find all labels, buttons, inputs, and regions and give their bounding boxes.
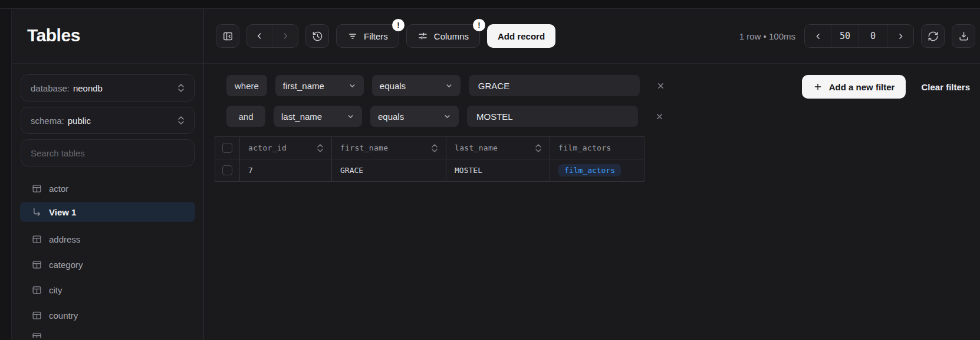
filters-button[interactable]: Filters ! — [336, 24, 399, 48]
toolbar: Filters ! Columns ! Add record 1 row • 1… — [204, 9, 980, 64]
table-cell-last_name[interactable]: MOSTEL — [446, 159, 550, 182]
sidebar-item-label: city — [49, 285, 63, 295]
database-select-label: database: — [31, 83, 70, 93]
column-header-label: first_name — [340, 143, 388, 152]
pagination-group: 50 0 — [804, 24, 914, 48]
table-row: 7GRACEMOSTELfilm_actors — [215, 159, 644, 182]
table-icon — [32, 310, 42, 321]
main-content: Filters ! Columns ! Add record 1 row • 1… — [204, 9, 980, 340]
sidebar-view-item[interactable]: View 1 — [20, 202, 195, 222]
remove-filter-button[interactable] — [652, 109, 667, 124]
sidebar-item-label: View 1 — [49, 207, 76, 217]
column-header-label: actor_id — [248, 143, 287, 152]
page-offset-input[interactable]: 0 — [859, 25, 887, 47]
remove-filter-button[interactable] — [653, 78, 669, 93]
sidebar: Tables database: neondb schema: public a… — [12, 9, 204, 340]
page-title: Tables — [27, 25, 203, 45]
clear-filters-button[interactable]: Clear filters — [921, 82, 970, 92]
column-header-film_actors[interactable]: film_actors — [550, 137, 644, 159]
filter-icon — [347, 31, 358, 41]
columns-button-label: Columns — [434, 31, 469, 41]
forward-button[interactable] — [272, 25, 298, 47]
column-header-first_name[interactable]: first_name — [332, 137, 446, 159]
column-header-label: last_name — [455, 143, 498, 152]
chevron-down-icon — [348, 82, 356, 90]
sidebar-table-item[interactable] — [20, 331, 195, 338]
updown-chevron-icon — [177, 115, 185, 126]
table-icon — [32, 234, 42, 244]
page-size-input[interactable]: 50 — [831, 25, 859, 47]
sidebar-table-item[interactable]: address — [20, 229, 195, 249]
sidebar-item-label: country — [49, 310, 78, 321]
sort-icon[interactable] — [535, 143, 541, 153]
column-header-actor_id[interactable]: actor_id — [240, 137, 332, 159]
query-history-button[interactable] — [305, 24, 329, 48]
table-icon — [32, 260, 42, 270]
corner-arrow-icon — [32, 207, 42, 217]
row-count-status: 1 row • 100ms — [739, 31, 795, 41]
filter-row: and last_name equals — [226, 106, 980, 127]
schema-select-label: schema: — [31, 116, 64, 126]
toggle-sidebar-button[interactable] — [216, 24, 239, 48]
filter-column-select[interactable]: first_name — [275, 75, 364, 96]
filter-value-input[interactable] — [469, 75, 640, 96]
panel-left-icon — [222, 31, 234, 42]
filter-operator-select[interactable]: equals — [372, 75, 461, 96]
next-page-button[interactable] — [887, 25, 913, 47]
sort-icon[interactable] — [317, 143, 323, 153]
filter-value-input[interactable] — [467, 106, 638, 127]
sidebar-table-item[interactable]: city — [20, 280, 195, 300]
filter-column-select[interactable]: last_name — [274, 106, 362, 127]
database-select[interactable]: database: neondb — [21, 74, 195, 102]
add-filter-button[interactable]: Add a new filter — [802, 75, 906, 99]
window-top-strip — [0, 0, 980, 9]
table-icon — [32, 332, 42, 338]
sidebar-item-label: address — [49, 234, 80, 244]
row-select-cell — [215, 159, 240, 182]
row-checkbox[interactable] — [222, 165, 232, 175]
sidebar-item-label: actor — [49, 184, 68, 194]
history-icon — [312, 31, 323, 42]
table-cell-first_name[interactable]: GRACE — [332, 159, 446, 182]
data-table: actor_idfirst_namelast_namefilm_actors7G… — [215, 136, 644, 182]
table-cell-film_actors[interactable]: film_actors — [550, 159, 644, 182]
plus-icon — [813, 82, 823, 91]
columns-button[interactable]: Columns ! — [406, 24, 480, 48]
table-icon — [32, 285, 42, 295]
schema-select[interactable]: schema: public — [21, 107, 195, 134]
add-filter-button-label: Add a new filter — [829, 82, 895, 92]
table-icon — [32, 184, 42, 194]
filters-button-label: Filters — [364, 31, 388, 41]
cell-value: GRACE — [340, 166, 363, 175]
chevron-down-icon — [443, 113, 451, 120]
search-tables-input[interactable] — [21, 139, 195, 166]
cell-value: MOSTEL — [455, 166, 482, 175]
column-header-label: film_actors — [558, 143, 611, 152]
schema-select-value: public — [68, 116, 91, 126]
sort-icon[interactable] — [432, 143, 438, 153]
filter-conjunction-chip: and — [226, 106, 265, 127]
download-icon — [958, 31, 969, 42]
select-all-checkbox[interactable] — [222, 143, 232, 153]
filter-operator-select[interactable]: equals — [370, 106, 459, 127]
sliders-icon — [417, 31, 428, 41]
export-download-button[interactable] — [952, 24, 975, 48]
chevron-down-icon — [347, 113, 354, 120]
table-cell-actor_id[interactable]: 7 — [240, 159, 332, 182]
sidebar-table-item[interactable]: country — [20, 305, 195, 325]
chevron-right-icon — [896, 32, 905, 41]
prev-page-button[interactable] — [805, 25, 831, 47]
chevron-right-icon — [281, 31, 290, 41]
refresh-button[interactable] — [921, 24, 945, 48]
column-header-last_name[interactable]: last_name — [446, 137, 550, 159]
database-select-value: neondb — [73, 83, 103, 93]
filter-panel: where first_name equals and last_name — [204, 64, 980, 127]
history-nav-group — [246, 24, 298, 48]
back-button[interactable] — [247, 25, 272, 47]
sidebar-table-item[interactable]: category — [20, 254, 195, 274]
add-record-button[interactable]: Add record — [487, 24, 555, 48]
sidebar-table-item[interactable]: actor — [20, 178, 195, 198]
foreign-key-link[interactable]: film_actors — [558, 164, 621, 176]
cell-value: 7 — [248, 166, 253, 175]
left-rail — [0, 9, 12, 340]
